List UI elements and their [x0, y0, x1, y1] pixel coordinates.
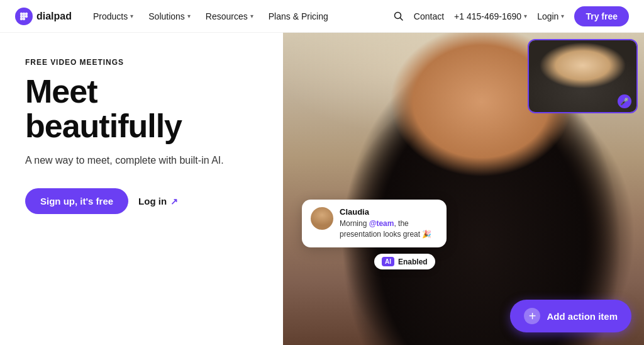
svg-point-6 — [25, 14, 28, 17]
hero-title: Meet beautifully — [25, 74, 258, 143]
navigation: dialpad Products ▾ Solutions ▾ Resources… — [0, 0, 644, 33]
nav-login[interactable]: Login ▾ — [537, 11, 564, 21]
chevron-down-icon: ▾ — [524, 13, 527, 20]
nav-links: Products ▾ Solutions ▾ Resources ▾ Plans… — [87, 8, 394, 25]
try-free-button[interactable]: Try free — [574, 6, 629, 26]
dialpad-icon — [15, 8, 33, 25]
pip-audio-badge: 🎤 — [618, 94, 631, 108]
chevron-down-icon: ▾ — [250, 13, 253, 20]
chat-message: Claudia Morning @team, the presentation … — [340, 207, 438, 240]
avatar — [311, 207, 333, 230]
nav-phone[interactable]: +1 415-469-1690 ▾ — [454, 11, 527, 21]
hero-subtitle: A new way to meet, complete with built-i… — [25, 153, 258, 168]
nav-products[interactable]: Products ▾ — [87, 8, 140, 25]
hero-cta-group: Sign up, it's free Log in ↗ — [25, 188, 258, 214]
chevron-down-icon: ▾ — [187, 13, 191, 20]
svg-point-7 — [20, 17, 23, 20]
signup-button[interactable]: Sign up, it's free — [25, 188, 128, 214]
plus-icon: + — [524, 308, 540, 324]
hero-eyebrow: FREE VIDEO MEETINGS — [25, 58, 258, 67]
chevron-down-icon: ▾ — [130, 13, 133, 20]
external-link-icon: ↗ — [170, 196, 178, 206]
nav-pricing[interactable]: Plans & Pricing — [262, 8, 335, 25]
ai-label-short: AI — [382, 257, 394, 266]
svg-point-8 — [23, 17, 25, 20]
svg-point-3 — [25, 12, 28, 14]
nav-right: Contact +1 415-469-1690 ▾ Login ▾ Try fr… — [394, 6, 629, 26]
hero-section: FREE VIDEO MEETINGS Meet beautifully A n… — [0, 33, 644, 345]
svg-point-5 — [23, 14, 25, 17]
brand-name: dialpad — [36, 11, 72, 22]
chevron-down-icon: ▾ — [561, 13, 564, 20]
ai-enabled-badge: AI Enabled — [374, 254, 435, 269]
ai-status-label: Enabled — [398, 257, 428, 266]
search-icon — [394, 11, 404, 21]
login-button[interactable]: Log in ↗ — [138, 196, 178, 206]
add-action-item-button[interactable]: + Add action item — [510, 300, 631, 332]
svg-point-2 — [23, 12, 25, 14]
nav-contact[interactable]: Contact — [414, 11, 444, 21]
video-pip: 🎤 — [528, 39, 638, 113]
svg-line-10 — [400, 18, 402, 20]
brand-logo[interactable]: dialpad — [15, 8, 72, 25]
chat-sender-name: Claudia — [340, 207, 438, 217]
nav-solutions[interactable]: Solutions ▾ — [142, 8, 197, 25]
microphone-icon: 🎤 — [620, 98, 629, 106]
svg-point-1 — [20, 12, 23, 14]
chat-text: Morning @team, the presentation looks gr… — [340, 218, 438, 240]
chat-bubble: Claudia Morning @team, the presentation … — [302, 200, 447, 247]
chat-mention: @team — [369, 219, 394, 228]
hero-visual: 🎤 Claudia Morning @team, the presentatio… — [283, 33, 644, 345]
svg-point-4 — [20, 14, 23, 17]
nav-resources[interactable]: Resources ▾ — [199, 8, 260, 25]
hero-content: FREE VIDEO MEETINGS Meet beautifully A n… — [0, 33, 283, 345]
search-button[interactable] — [394, 11, 404, 21]
